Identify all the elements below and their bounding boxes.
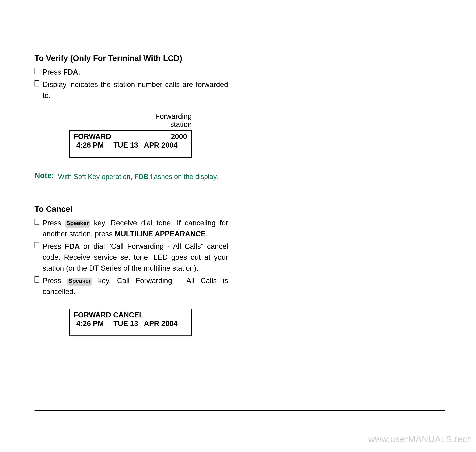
text-fragment: Press [43, 277, 67, 285]
lcd-label: Forwarding station [34, 113, 192, 129]
lcd-date: APR 2004 [144, 141, 177, 149]
text-fragment: . [206, 230, 208, 238]
text-bold: MULTILINE APPEARANCE [115, 230, 206, 238]
item-text: Press FDA or dial "Call Forwarding - All… [43, 241, 228, 274]
watermark-part: MANUALS [408, 434, 452, 444]
text-fragment: . [78, 68, 80, 76]
note-label: Note: [34, 171, 54, 181]
text-fragment: Press [43, 219, 65, 227]
lcd-day: TUE 13 [114, 319, 138, 328]
lcd-label-line: Forwarding [34, 113, 192, 120]
watermark-part: .tech [452, 434, 472, 444]
checkbox-icon [34, 80, 39, 86]
lcd-date: APR 2004 [144, 319, 177, 328]
text-bold: FDB [134, 173, 148, 180]
lcd-time: 4:26 PM [76, 141, 104, 149]
list-item: Press FDA. [34, 67, 228, 78]
list-item: Press Speaker key. Receive dial tone. If… [34, 218, 228, 239]
text-fragment: flashes on the display. [148, 173, 218, 180]
text-fragment: Press [43, 68, 63, 76]
speaker-key-icon: Speaker [67, 278, 92, 285]
section-title-cancel: To Cancel [34, 205, 228, 214]
lcd-row: 4:26 PM TUE 13 APR 2004 [74, 319, 187, 328]
page-content: To Verify (Only For Terminal With LCD) P… [34, 54, 228, 336]
list-item: Display indicates the station number cal… [34, 79, 228, 101]
text-fragment: With Soft Key operation, [58, 173, 134, 180]
checkbox-icon [34, 68, 39, 74]
text-fragment: Press [43, 242, 65, 250]
item-text: Press FDA. [43, 67, 80, 78]
lcd-row: 4:26 PM TUE 13 APR 2004 [74, 141, 187, 149]
section-title-verify: To Verify (Only For Terminal With LCD) [34, 54, 228, 63]
list-item: Press Speaker key. Call Forwarding - All… [34, 275, 228, 297]
lcd-display: FORWARD CANCEL 4:26 PM TUE 13 APR 2004 [69, 309, 192, 336]
list-item: Press FDA or dial "Call Forwarding - All… [34, 241, 228, 274]
checkbox-icon [34, 219, 39, 225]
checkbox-icon [34, 242, 39, 248]
lcd-row: FORWARD CANCEL [74, 311, 187, 319]
lcd-label-line: station [34, 120, 192, 129]
checkbox-icon [34, 276, 39, 283]
text-bold: FDA [65, 242, 80, 250]
lcd-display: FORWARD 2000 4:26 PM TUE 13 APR 2004 [69, 130, 192, 158]
item-text: Press Speaker key. Call Forwarding - All… [43, 275, 228, 297]
note-text: With Soft Key operation, FDB flashes on … [58, 171, 218, 181]
lcd-time: 4:26 PM [76, 319, 104, 328]
text-bold: FDA [63, 68, 78, 76]
lcd-day: TUE 13 [114, 141, 138, 149]
speaker-key-icon: Speaker [65, 220, 90, 227]
lcd-cancel-label: FORWARD CANCEL [74, 311, 144, 319]
lcd-forward-label: FORWARD [74, 133, 111, 141]
lcd-station-number: 2000 [171, 133, 187, 141]
note-block: Note: With Soft Key operation, FDB flash… [34, 171, 228, 181]
lcd-row: FORWARD 2000 [74, 133, 187, 141]
watermark-part: www.user [368, 434, 408, 444]
item-text: Press Speaker key. Receive dial tone. If… [43, 218, 228, 239]
section-verify: To Verify (Only For Terminal With LCD) P… [34, 54, 228, 181]
item-text: Display indicates the station number cal… [43, 79, 228, 101]
watermark: www.userMANUALS.tech [368, 434, 472, 444]
footer-divider [34, 410, 445, 411]
section-cancel: To Cancel Press Speaker key. Receive dia… [34, 205, 228, 336]
